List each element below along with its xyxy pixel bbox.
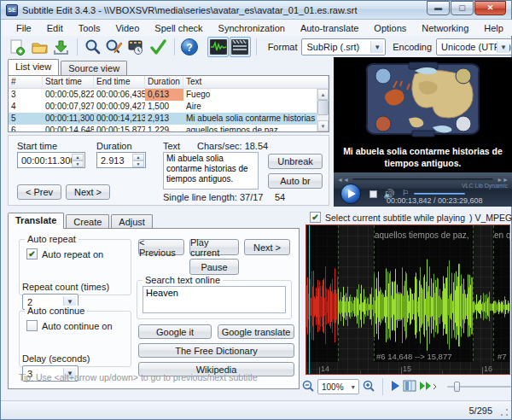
video-progress-bar[interactable] — [413, 192, 466, 195]
auto-br-button[interactable]: Auto br — [268, 173, 323, 189]
tip-text: Tip: Use <alt+arrow up/down> to go to pr… — [19, 372, 257, 382]
search-input[interactable]: Heaven — [143, 286, 286, 313]
tab-create[interactable]: Create — [66, 214, 109, 229]
video-toggle-button[interactable] — [230, 37, 251, 57]
close-button[interactable]: ✕ — [474, 1, 506, 15]
menu-help[interactable]: Help — [476, 21, 511, 35]
minimize-button[interactable]: ▬ — [427, 1, 450, 15]
format-label: Format — [268, 42, 298, 52]
list-scrollbar[interactable]: ▲ ▼ — [317, 89, 329, 131]
save-button[interactable] — [50, 37, 72, 57]
video-seek-bar[interactable]: ◄◄ ►► — [337, 176, 509, 183]
stop-button[interactable] — [369, 190, 377, 198]
vlc-engine-label: VLC Lib Dynamic — [462, 183, 508, 189]
encoding-label: Encoding — [393, 42, 432, 52]
fast-forward-icon[interactable] — [419, 381, 438, 393]
title-bar[interactable]: SE Subtitle Edit 3.4.3 - \\VBOXSVR\media… — [1, 1, 511, 20]
prev-button[interactable]: < Prev — [17, 184, 61, 200]
menu-networking[interactable]: Networking — [414, 21, 476, 35]
google-it-button[interactable]: Google it — [138, 324, 212, 339]
table-row[interactable]: 6 00:00:14,648 00:00:15,877 1,229 aquell… — [9, 125, 317, 132]
new-file-icon — [9, 38, 26, 55]
menu-video[interactable]: Video — [108, 21, 147, 35]
open-folder-icon — [31, 38, 49, 55]
spin-up-icon[interactable]: ▲ — [132, 154, 144, 160]
chars-per-sec-label: Chars/sec: 18.54 — [197, 141, 268, 151]
play-current-button[interactable]: Play current — [189, 239, 239, 255]
repeat-count-label: Repeat count (times) — [22, 282, 109, 292]
menu-synchronization[interactable]: Synchronization — [211, 21, 293, 35]
help-button[interactable]: ? — [179, 37, 201, 57]
col-text[interactable]: Text — [183, 76, 329, 88]
format-select[interactable]: SubRip (.srt) ▼ — [301, 38, 386, 55]
scroll-up-icon[interactable]: ▲ — [317, 89, 329, 100]
tab-source-view[interactable]: Source view — [61, 61, 127, 75]
zoom-out-icon[interactable] — [301, 379, 315, 394]
new-file-button[interactable] — [7, 37, 28, 57]
menu-tools[interactable]: Tools — [71, 21, 108, 35]
save-icon — [52, 38, 70, 55]
waveform-panel[interactable]: aquellos tiempos de paz, en q #6 14,648 … — [305, 225, 510, 375]
duration-stepper[interactable]: 2.913 ▲▼ — [96, 152, 146, 168]
resize-grip[interactable] — [500, 408, 509, 417]
video-position-icon[interactable] — [403, 380, 416, 394]
menu-auto-translate[interactable]: Auto-translate — [293, 21, 366, 35]
waveform-zoom-select[interactable]: 100% ▼ — [317, 379, 359, 394]
waveform-play-icon[interactable] — [390, 380, 400, 394]
scrollbar-thumb[interactable] — [317, 100, 329, 115]
next-button[interactable]: Next > — [66, 184, 110, 200]
col-duration[interactable]: Duration — [145, 76, 183, 88]
video-player[interactable]: Mi abuela solia contarme historias de ti… — [334, 57, 512, 207]
view-tabstrip: List view Source view — [8, 59, 129, 75]
waveform-toggle-button[interactable] — [207, 37, 229, 57]
play-button[interactable] — [340, 184, 361, 204]
waveform-current-label: #6 14,648 --> 15,877 — [376, 352, 451, 361]
google-translate-button[interactable]: Google translate — [218, 324, 294, 339]
col-start-time[interactable]: Start time — [43, 76, 94, 88]
waveform-next-label: #7 — [497, 352, 507, 361]
checkbox-checked-icon: ✔ — [310, 212, 321, 223]
table-row-selected[interactable]: 5 00:00:11,300 00:00:14,213 2,913 Mi abu… — [9, 113, 317, 125]
maximize-button[interactable]: ▢ — [451, 1, 474, 15]
scroll-down-icon[interactable]: ▼ — [317, 120, 329, 131]
menu-edit[interactable]: Edit — [39, 21, 71, 35]
unbreak-button[interactable]: Unbreak — [268, 154, 323, 169]
tab-translate[interactable]: Translate — [8, 213, 64, 229]
next-subtitle-button[interactable]: Next > — [244, 239, 290, 255]
waveform-icon — [210, 39, 227, 55]
forward-icon[interactable]: ►► — [497, 177, 509, 183]
rewind-icon[interactable]: ◄◄ — [337, 177, 349, 183]
visual-sync-button[interactable] — [125, 37, 147, 57]
subtitle-text-input[interactable]: Mi abuela solia contarme historias de ti… — [163, 152, 259, 190]
table-row[interactable]: 4 00:00:07,927 00:00:09,427 1,500 Aire — [9, 101, 317, 113]
pause-button[interactable]: Pause — [189, 259, 239, 275]
col-end-time[interactable]: End time — [94, 76, 145, 88]
zoom-in-icon[interactable] — [362, 379, 375, 394]
col-number[interactable]: # — [9, 76, 43, 88]
table-row[interactable]: 3 00:00:05,822 00:00:06,435 0,613 Fuego — [9, 89, 317, 101]
volume-slider[interactable] — [447, 380, 511, 394]
auto-repeat-checkbox[interactable]: ✔ Auto repeat on — [26, 248, 137, 260]
open-file-button[interactable] — [29, 37, 50, 57]
start-time-stepper[interactable]: 00:00:11.300 ▲▼ — [17, 152, 85, 168]
find-button[interactable] — [82, 37, 103, 57]
list-header[interactable]: # Start time End time Duration Text — [9, 76, 329, 89]
svg-text:?: ? — [186, 42, 192, 54]
menu-spell-check[interactable]: Spell check — [147, 21, 210, 35]
menu-file[interactable]: File — [9, 21, 39, 35]
free-dictionary-button[interactable]: The Free Dictionary — [138, 343, 294, 358]
spin-down-icon[interactable]: ▼ — [132, 160, 144, 167]
tab-list-view[interactable]: List view — [8, 59, 59, 75]
menu-options[interactable]: Options — [366, 21, 414, 35]
spin-up-icon[interactable]: ▲ — [72, 154, 84, 160]
spell-check-button[interactable] — [148, 37, 169, 57]
previous-subtitle-button[interactable]: < Previous — [138, 239, 184, 255]
video-subtitle-line1: Mi abuela solia contarme historias de — [334, 146, 512, 156]
spin-down-icon[interactable]: ▼ — [72, 160, 84, 167]
auto-continue-checkbox[interactable]: Auto continue on — [26, 320, 137, 331]
tab-adjust[interactable]: Adjust — [111, 214, 153, 229]
slider-thumb[interactable] — [454, 382, 460, 392]
encoding-select[interactable]: Unicode (UTF-8) ▼ — [436, 38, 512, 55]
replace-button[interactable] — [104, 37, 125, 57]
select-current-subtitle-checkbox[interactable]: ✔ Select current subtitle while playing … — [310, 212, 512, 223]
